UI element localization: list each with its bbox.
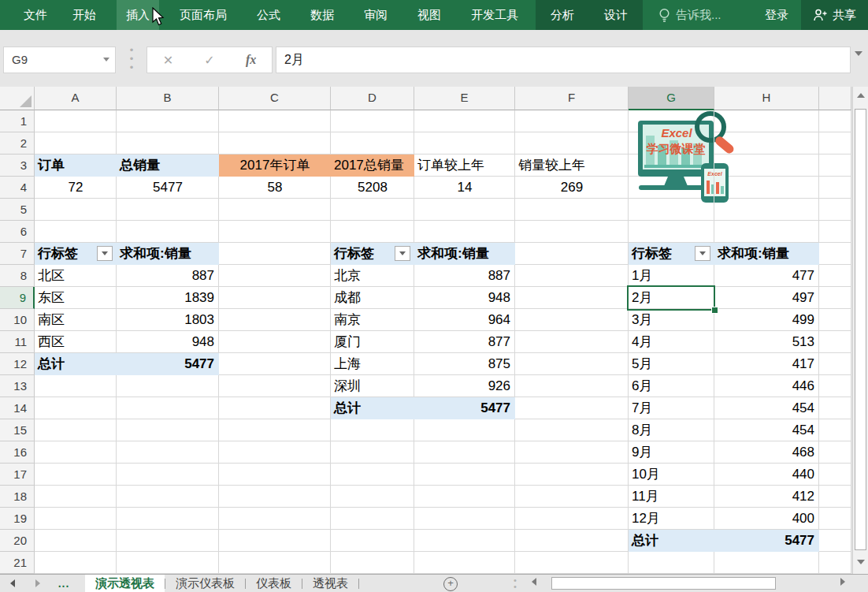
tab-分析[interactable]: 分析 [536, 0, 589, 30]
cell-H19[interactable]: 400 [714, 508, 819, 530]
vertical-scrollbar[interactable] [852, 87, 868, 574]
cell-C4[interactable]: 58 [219, 177, 331, 199]
cancel-icon[interactable]: ✕ [163, 53, 173, 68]
cell-B10[interactable]: 1803 [117, 309, 219, 331]
cell-G8[interactable]: 1月 [629, 265, 714, 287]
sheet-tab-仪表板[interactable]: 仪表板 [246, 575, 302, 592]
cell-G15[interactable]: 8月 [629, 419, 714, 441]
insert-function-icon[interactable]: fx [246, 53, 256, 67]
cell-G11[interactable]: 4月 [629, 331, 714, 353]
cell-G20[interactable]: 总计 [629, 530, 714, 552]
cell-G13[interactable]: 6月 [629, 375, 714, 397]
row-header-12[interactable]: 12 [0, 353, 35, 375]
row-header-4[interactable]: 4 [0, 177, 35, 199]
sheet-prev-icon[interactable] [0, 579, 25, 587]
column-header-C[interactable]: C [219, 87, 331, 110]
cell-C3[interactable]: 2017年订单 [219, 155, 331, 177]
tab-开发工具[interactable]: 开发工具 [462, 0, 528, 30]
cell-H7[interactable]: 求和项:销量 [714, 243, 819, 265]
cell-E12[interactable]: 875 [414, 353, 515, 375]
cell-E8[interactable]: 887 [414, 265, 515, 287]
sheet-tab-演示仪表板[interactable]: 演示仪表板 [165, 575, 245, 592]
row-header-20[interactable]: 20 [0, 530, 35, 552]
cell-A4[interactable]: 72 [35, 177, 117, 199]
cell-A3[interactable]: 订单 [35, 155, 117, 177]
cell-H9[interactable]: 497 [714, 287, 819, 309]
cell-E10[interactable]: 964 [414, 309, 515, 331]
column-header-G[interactable]: G [629, 87, 714, 110]
name-box[interactable]: G9 [3, 47, 116, 73]
cell-D12[interactable]: 上海 [331, 353, 414, 375]
cell-B11[interactable]: 948 [117, 331, 219, 353]
horizontal-scrollbar-thumb[interactable] [551, 577, 776, 590]
cell-E3[interactable]: 订单较上年 [414, 155, 515, 177]
tab-数据[interactable]: 数据 [301, 0, 343, 30]
column-header-F[interactable]: F [515, 87, 629, 110]
cell-D10[interactable]: 南京 [331, 309, 414, 331]
cell-H20[interactable]: 5477 [714, 530, 819, 552]
row-header-16[interactable]: 16 [0, 441, 35, 464]
sheet-tab-透视表[interactable]: 透视表 [302, 575, 358, 592]
cell-H17[interactable]: 440 [714, 464, 819, 486]
tab-公式[interactable]: 公式 [247, 0, 290, 30]
cell-A8[interactable]: 北区 [35, 265, 117, 287]
column-header-E[interactable]: E [414, 87, 515, 110]
fill-handle[interactable] [711, 307, 718, 314]
tab-file[interactable]: 文件 [13, 0, 58, 30]
column-header-partial[interactable] [819, 87, 851, 110]
row-header-13[interactable]: 13 [0, 375, 35, 397]
row-header-21[interactable]: 21 [0, 552, 35, 574]
tab-视图[interactable]: 视图 [408, 0, 451, 30]
cell-H13[interactable]: 446 [714, 375, 819, 397]
row-header-2[interactable]: 2 [0, 132, 35, 155]
column-header-A[interactable]: A [35, 87, 117, 110]
scroll-down-icon[interactable] [853, 560, 868, 564]
scroll-up-icon[interactable] [853, 93, 868, 98]
row-header-14[interactable]: 14 [0, 397, 35, 419]
cell-H11[interactable]: 513 [714, 331, 819, 353]
share-button[interactable]: 共享 [801, 0, 868, 30]
select-all-corner[interactable] [0, 87, 35, 110]
row-header-17[interactable]: 17 [0, 464, 35, 486]
cell-G14[interactable]: 7月 [629, 397, 714, 419]
cell-G12[interactable]: 5月 [629, 353, 714, 375]
cell-H14[interactable]: 454 [714, 397, 819, 419]
tab-页面布局[interactable]: 页面布局 [170, 0, 236, 30]
cell-F3[interactable]: 销量较上年 [515, 155, 629, 177]
cell-D8[interactable]: 北京 [331, 265, 414, 287]
cell-E13[interactable]: 926 [414, 375, 515, 397]
row-header-10[interactable]: 10 [0, 309, 35, 331]
cell-D11[interactable]: 厦门 [331, 331, 414, 353]
column-header-B[interactable]: B [117, 87, 219, 110]
cell-H10[interactable]: 499 [714, 309, 819, 331]
cell-B4[interactable]: 5477 [117, 177, 219, 199]
vertical-scrollbar-thumb[interactable] [855, 109, 866, 550]
row-header-11[interactable]: 11 [0, 331, 35, 353]
cell-D3[interactable]: 2017总销量 [331, 155, 414, 177]
sheet-next-icon[interactable] [25, 579, 50, 587]
pivot-filter-button[interactable] [695, 246, 710, 261]
cell-D9[interactable]: 成都 [331, 287, 414, 309]
column-header-D[interactable]: D [331, 87, 414, 110]
cell-A12[interactable]: 总计 [35, 353, 117, 375]
cell-G10[interactable]: 3月 [629, 309, 714, 331]
cell-E4[interactable]: 14 [414, 177, 515, 199]
cell-H15[interactable]: 454 [714, 419, 819, 441]
cell-G18[interactable]: 11月 [629, 486, 714, 508]
row-header-6[interactable]: 6 [0, 221, 35, 243]
row-header-9[interactable]: 9 [0, 287, 35, 309]
row-header-5[interactable]: 5 [0, 199, 35, 221]
cell-A11[interactable]: 西区 [35, 331, 117, 353]
formula-bar-expand-icon[interactable] [855, 51, 862, 56]
row-header-15[interactable]: 15 [0, 419, 35, 441]
tell-me-box[interactable]: 告诉我... [658, 0, 721, 30]
row-header-8[interactable]: 8 [0, 265, 35, 287]
row-header-3[interactable]: 3 [0, 155, 35, 177]
pivot-filter-button[interactable] [97, 246, 113, 261]
formula-input[interactable]: 2月 [276, 47, 851, 73]
cell-H16[interactable]: 468 [714, 441, 819, 464]
cell-H18[interactable]: 412 [714, 486, 819, 508]
pivot-filter-button[interactable] [395, 246, 410, 261]
cell-H8[interactable]: 477 [714, 265, 819, 287]
cell-D4[interactable]: 5208 [331, 177, 414, 199]
